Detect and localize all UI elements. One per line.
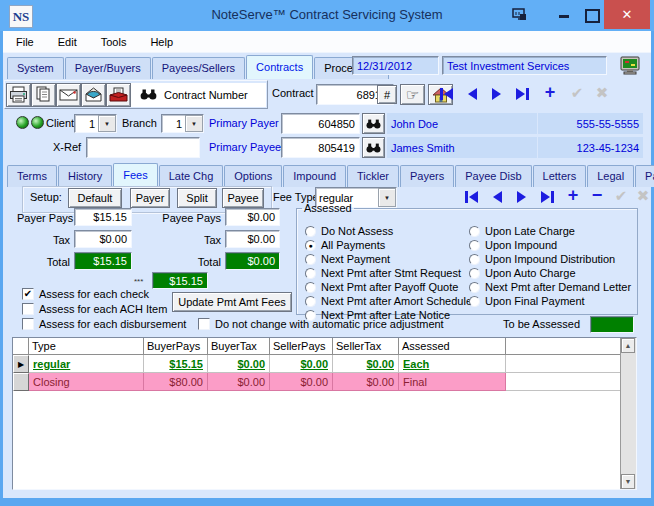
xref-input[interactable] bbox=[86, 137, 200, 158]
subtab-terms[interactable]: Terms bbox=[7, 165, 57, 187]
subtab-impound[interactable]: Impound bbox=[283, 165, 346, 187]
add-record-button[interactable]: + bbox=[540, 83, 560, 101]
payee-pays-input[interactable]: $0.00 bbox=[225, 208, 280, 226]
cell-buyer-tax[interactable]: $0.00 bbox=[208, 355, 270, 373]
primary-payer-id-input[interactable]: 604850 bbox=[281, 113, 360, 134]
open-mail-button[interactable] bbox=[81, 83, 106, 107]
subtab-payers[interactable]: Payers bbox=[400, 165, 454, 187]
row-selector[interactable] bbox=[13, 373, 29, 391]
setup-split-button[interactable]: Split bbox=[177, 188, 217, 208]
subtab-payee-disb[interactable]: Payee Disb bbox=[455, 165, 531, 187]
tab-system[interactable]: System bbox=[7, 57, 64, 79]
payer-search-button[interactable] bbox=[362, 113, 385, 134]
radio-label: All Payments bbox=[321, 239, 385, 251]
menu-help[interactable]: Help bbox=[150, 36, 173, 48]
minimize-button[interactable] bbox=[556, 8, 572, 24]
tab-contracts[interactable]: Contracts bbox=[246, 55, 313, 79]
subtab-options[interactable]: Options bbox=[224, 165, 282, 187]
grid-header-assessed[interactable]: Assessed bbox=[399, 338, 506, 355]
open-envelope-icon bbox=[84, 87, 103, 103]
cell-seller-tax[interactable]: $0.00 bbox=[333, 373, 399, 391]
grid-header-buyerpays[interactable]: BuyerPays bbox=[144, 338, 208, 355]
copies-button[interactable] bbox=[31, 83, 56, 107]
cell-type[interactable]: regular bbox=[29, 355, 144, 373]
subtab-letters[interactable]: Letters bbox=[533, 165, 587, 187]
mail-button[interactable] bbox=[56, 83, 81, 107]
radio-next-pmt-amort-schedule[interactable]: Next Pmt after Amort Schedule bbox=[305, 295, 472, 307]
cell-buyer-pays[interactable]: $15.15 bbox=[144, 355, 208, 373]
cell-buyer-tax[interactable]: $0.00 bbox=[208, 373, 270, 391]
payer-tax-input[interactable]: $0.00 bbox=[74, 230, 132, 248]
radio-next-pmt-late-notice[interactable]: Next Pmt after Late Notice bbox=[305, 309, 450, 321]
nav-first-button[interactable] bbox=[437, 85, 457, 103]
radio-next-pmt-stmt-request[interactable]: Next Pmt after Stmt Request bbox=[305, 267, 461, 279]
cell-type[interactable]: Closing bbox=[29, 373, 144, 391]
subtab-payoff[interactable]: Payoff bbox=[635, 165, 654, 187]
subtab-legal[interactable]: Legal bbox=[587, 165, 634, 187]
close-button[interactable]: ✕ bbox=[604, 0, 650, 29]
chevron-down-icon[interactable]: ▼ bbox=[98, 115, 116, 132]
radio-upon-impound[interactable]: Upon Impound bbox=[469, 239, 557, 251]
radio-next-payment[interactable]: Next Payment bbox=[305, 253, 390, 265]
nav-last-button[interactable] bbox=[512, 85, 532, 103]
cell-assessed[interactable]: Each bbox=[399, 355, 506, 373]
print-button[interactable] bbox=[6, 83, 31, 107]
radio-upon-auto-charge[interactable]: Upon Auto Charge bbox=[469, 267, 576, 279]
tab-payer-buyers[interactable]: Payer/Buyers bbox=[65, 57, 151, 79]
table-row[interactable]: Closing $80.00 $0.00 $0.00 $0.00 Final bbox=[13, 373, 620, 391]
radio-upon-late-charge[interactable]: Upon Late Charge bbox=[469, 225, 575, 237]
payer-pays-input[interactable]: $15.15 bbox=[74, 208, 132, 226]
grid-header-sellerpays[interactable]: SellerPays bbox=[270, 338, 333, 355]
table-row[interactable]: ▶ regular $15.15 $0.00 $0.00 $0.00 Each bbox=[13, 355, 620, 373]
cell-seller-pays[interactable]: $0.00 bbox=[270, 373, 333, 391]
payee-tax-input[interactable]: $0.00 bbox=[225, 230, 280, 248]
menu-edit[interactable]: Edit bbox=[58, 36, 77, 48]
workstation-monitor-icon[interactable] bbox=[619, 56, 641, 76]
grid-header-buyertax[interactable]: BuyerTax bbox=[208, 338, 270, 355]
system-date-field[interactable]: 12/31/2012 bbox=[352, 56, 439, 75]
cell-seller-tax[interactable]: $0.00 bbox=[333, 355, 399, 373]
cell-buyer-pays[interactable]: $80.00 bbox=[144, 373, 208, 391]
grid-header-type[interactable]: Type bbox=[29, 338, 144, 355]
assess-each-ach-checkbox[interactable]: Assess for each ACH Item bbox=[22, 303, 167, 315]
radio-all-payments[interactable]: ● All Payments bbox=[305, 239, 385, 251]
radio-upon-final-payment[interactable]: Upon Final Payment bbox=[469, 295, 585, 307]
contract-hash-button[interactable]: # bbox=[377, 85, 397, 104]
subtab-tickler[interactable]: Tickler bbox=[347, 165, 399, 187]
client-combo[interactable]: 1 ▼ bbox=[74, 114, 117, 133]
setup-payer-button[interactable]: Payer bbox=[130, 188, 170, 208]
radio-next-pmt-payoff-quote[interactable]: Next Pmt after Payoff Quote bbox=[305, 281, 458, 293]
contract-search-area[interactable]: Contract Number bbox=[131, 83, 266, 107]
subtab-late-chg[interactable]: Late Chg bbox=[159, 165, 224, 187]
maximize-button[interactable] bbox=[584, 8, 600, 24]
cell-seller-pays[interactable]: $0.00 bbox=[270, 355, 333, 373]
batch-print-button[interactable] bbox=[106, 83, 131, 107]
scroll-up-icon[interactable]: ▲ bbox=[621, 338, 635, 353]
scroll-down-icon[interactable]: ▼ bbox=[621, 474, 635, 489]
assess-each-check-checkbox[interactable]: ✔ Assess for each check bbox=[22, 288, 149, 300]
chevron-down-icon[interactable]: ▼ bbox=[185, 115, 203, 132]
nav-previous-button[interactable] bbox=[462, 85, 482, 103]
setup-default-button[interactable]: Default bbox=[68, 188, 122, 208]
update-pmt-amt-fees-button[interactable]: Update Pmt Amt Fees bbox=[172, 292, 292, 312]
cell-assessed[interactable]: Final bbox=[399, 373, 506, 391]
subtab-history[interactable]: History bbox=[58, 165, 112, 187]
setup-payee-button[interactable]: Payee bbox=[222, 188, 264, 208]
subtab-fees[interactable]: Fees bbox=[113, 163, 157, 187]
radio-next-pmt-demand-letter[interactable]: Next Pmt after Demand Letter bbox=[469, 281, 631, 293]
branch-combo[interactable]: 1 ▼ bbox=[161, 114, 204, 133]
nav-next-button[interactable] bbox=[487, 85, 507, 103]
grid-vertical-scrollbar[interactable]: ▲ ▼ bbox=[620, 338, 636, 489]
status-orb2-icon bbox=[31, 116, 44, 129]
menu-file[interactable]: File bbox=[16, 36, 34, 48]
company-name-field[interactable]: Test Investment Services bbox=[442, 56, 607, 75]
radio-do-not-assess[interactable]: Do Not Assess bbox=[305, 225, 393, 237]
assess-each-disbursement-checkbox[interactable]: Assess for each disbursement bbox=[22, 318, 186, 330]
tab-payees-sellers[interactable]: Payees/Sellers bbox=[152, 57, 245, 79]
primary-payee-id-input[interactable]: 805419 bbox=[281, 137, 360, 158]
radio-upon-impound-distribution[interactable]: Upon Impound Distribution bbox=[469, 253, 615, 265]
grid-header-sellertax[interactable]: SellerTax bbox=[333, 338, 399, 355]
payee-search-button[interactable] bbox=[362, 137, 385, 158]
menu-tools[interactable]: Tools bbox=[101, 36, 127, 48]
goto-list-button[interactable]: ☞ bbox=[400, 84, 425, 105]
